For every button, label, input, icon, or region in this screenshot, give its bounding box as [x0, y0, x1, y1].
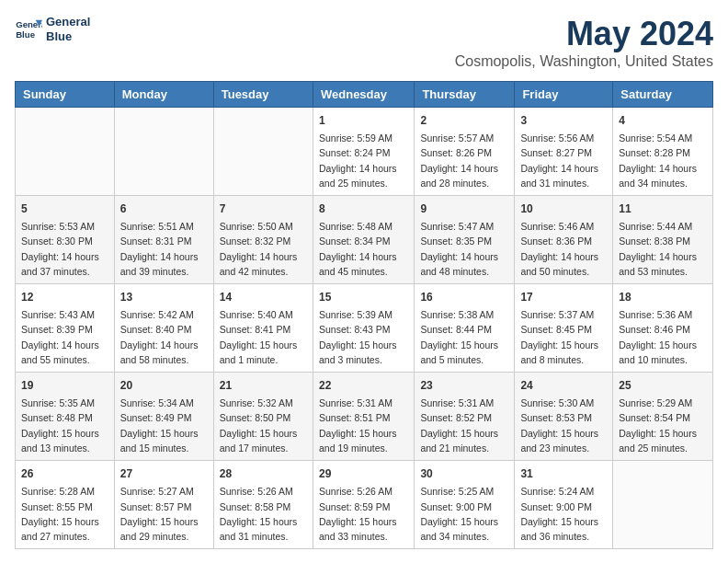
day-info: Sunrise: 5:47 AM Sunset: 8:35 PM Dayligh… [420, 219, 508, 279]
calendar-cell: 14Sunrise: 5:40 AM Sunset: 8:41 PM Dayli… [213, 284, 313, 373]
day-number: 12 [21, 289, 108, 305]
day-number: 21 [220, 377, 307, 394]
logo-text: GeneralBlue [46, 15, 90, 43]
day-number: 14 [220, 289, 307, 305]
day-info: Sunrise: 5:30 AM Sunset: 8:53 PM Dayligh… [520, 396, 607, 455]
calendar-cell: 9Sunrise: 5:47 AM Sunset: 8:35 PM Daylig… [415, 196, 515, 284]
day-number: 20 [120, 377, 208, 394]
day-info: Sunrise: 5:24 AM Sunset: 9:00 PM Dayligh… [520, 484, 607, 544]
day-number: 25 [619, 377, 707, 394]
calendar-week-row: 26Sunrise: 5:28 AM Sunset: 8:55 PM Dayli… [16, 461, 713, 549]
day-number: 24 [520, 377, 607, 394]
day-info: Sunrise: 5:31 AM Sunset: 8:52 PM Dayligh… [420, 396, 508, 455]
day-number: 22 [319, 377, 408, 394]
calendar-cell: 3Sunrise: 5:56 AM Sunset: 8:27 PM Daylig… [515, 108, 613, 196]
day-number: 29 [319, 465, 408, 482]
day-info: Sunrise: 5:54 AM Sunset: 8:28 PM Dayligh… [619, 131, 707, 190]
day-info: Sunrise: 5:28 AM Sunset: 8:55 PM Dayligh… [21, 484, 108, 544]
day-info: Sunrise: 5:36 AM Sunset: 8:46 PM Dayligh… [619, 307, 707, 367]
calendar-cell [114, 108, 213, 196]
weekday-header-row: SundayMondayTuesdayWednesdayThursdayFrid… [16, 82, 713, 108]
calendar-cell: 1Sunrise: 5:59 AM Sunset: 8:24 PM Daylig… [313, 108, 414, 196]
day-info: Sunrise: 5:27 AM Sunset: 8:57 PM Dayligh… [120, 484, 208, 544]
day-number: 2 [420, 112, 508, 129]
day-info: Sunrise: 5:34 AM Sunset: 8:49 PM Dayligh… [120, 396, 208, 455]
day-info: Sunrise: 5:57 AM Sunset: 8:26 PM Dayligh… [420, 131, 508, 190]
day-info: Sunrise: 5:26 AM Sunset: 8:59 PM Dayligh… [319, 484, 408, 544]
day-number: 28 [220, 465, 307, 482]
calendar-cell: 30Sunrise: 5:25 AM Sunset: 9:00 PM Dayli… [415, 461, 515, 549]
calendar-cell: 19Sunrise: 5:35 AM Sunset: 8:48 PM Dayli… [16, 373, 115, 461]
title-block: May 2024 Cosmopolis, Washington, United … [455, 15, 713, 70]
day-info: Sunrise: 5:29 AM Sunset: 8:54 PM Dayligh… [619, 396, 707, 455]
day-info: Sunrise: 5:42 AM Sunset: 8:40 PM Dayligh… [120, 307, 208, 367]
day-number: 15 [319, 289, 408, 305]
day-number: 4 [619, 112, 707, 129]
day-info: Sunrise: 5:32 AM Sunset: 8:50 PM Dayligh… [220, 396, 307, 455]
day-info: Sunrise: 5:26 AM Sunset: 8:58 PM Dayligh… [220, 484, 307, 544]
calendar-cell [613, 461, 713, 549]
day-number: 16 [420, 289, 508, 305]
calendar-cell: 12Sunrise: 5:43 AM Sunset: 8:39 PM Dayli… [16, 284, 115, 373]
day-info: Sunrise: 5:43 AM Sunset: 8:39 PM Dayligh… [21, 307, 108, 367]
calendar-cell: 27Sunrise: 5:27 AM Sunset: 8:57 PM Dayli… [114, 461, 213, 549]
day-number: 13 [120, 289, 208, 305]
calendar-cell: 7Sunrise: 5:50 AM Sunset: 8:32 PM Daylig… [213, 196, 313, 284]
day-info: Sunrise: 5:50 AM Sunset: 8:32 PM Dayligh… [220, 219, 307, 279]
calendar-week-row: 5Sunrise: 5:53 AM Sunset: 8:30 PM Daylig… [16, 196, 713, 284]
day-info: Sunrise: 5:40 AM Sunset: 8:41 PM Dayligh… [220, 307, 307, 367]
calendar-cell: 18Sunrise: 5:36 AM Sunset: 8:46 PM Dayli… [613, 284, 713, 373]
day-number: 8 [319, 201, 408, 217]
day-number: 11 [619, 201, 707, 217]
day-info: Sunrise: 5:25 AM Sunset: 9:00 PM Dayligh… [420, 484, 508, 544]
calendar-cell: 22Sunrise: 5:31 AM Sunset: 8:51 PM Dayli… [313, 373, 414, 461]
calendar-cell: 4Sunrise: 5:54 AM Sunset: 8:28 PM Daylig… [613, 108, 713, 196]
day-info: Sunrise: 5:51 AM Sunset: 8:31 PM Dayligh… [120, 219, 208, 279]
day-info: Sunrise: 5:53 AM Sunset: 8:30 PM Dayligh… [21, 219, 108, 279]
day-info: Sunrise: 5:35 AM Sunset: 8:48 PM Dayligh… [21, 396, 108, 455]
calendar-cell [213, 108, 313, 196]
day-number: 6 [120, 201, 208, 217]
calendar-cell: 29Sunrise: 5:26 AM Sunset: 8:59 PM Dayli… [313, 461, 414, 549]
svg-text:Blue: Blue [16, 29, 35, 40]
weekday-header-thursday: Thursday [415, 82, 515, 108]
weekday-header-tuesday: Tuesday [213, 82, 313, 108]
day-info: Sunrise: 5:37 AM Sunset: 8:45 PM Dayligh… [520, 307, 607, 367]
calendar-cell: 21Sunrise: 5:32 AM Sunset: 8:50 PM Dayli… [213, 373, 313, 461]
calendar-cell: 31Sunrise: 5:24 AM Sunset: 9:00 PM Dayli… [515, 461, 613, 549]
calendar-cell: 15Sunrise: 5:39 AM Sunset: 8:43 PM Dayli… [313, 284, 414, 373]
calendar-cell: 6Sunrise: 5:51 AM Sunset: 8:31 PM Daylig… [114, 196, 213, 284]
day-number: 31 [520, 465, 607, 482]
calendar-cell [16, 108, 115, 196]
weekday-header-monday: Monday [114, 82, 213, 108]
day-number: 27 [120, 465, 208, 482]
calendar-cell: 17Sunrise: 5:37 AM Sunset: 8:45 PM Dayli… [515, 284, 613, 373]
calendar-cell: 26Sunrise: 5:28 AM Sunset: 8:55 PM Dayli… [16, 461, 115, 549]
day-number: 3 [520, 112, 607, 129]
weekday-header-saturday: Saturday [613, 82, 713, 108]
day-info: Sunrise: 5:48 AM Sunset: 8:34 PM Dayligh… [319, 219, 408, 279]
calendar-cell: 23Sunrise: 5:31 AM Sunset: 8:52 PM Dayli… [415, 373, 515, 461]
calendar-week-row: 1Sunrise: 5:59 AM Sunset: 8:24 PM Daylig… [16, 108, 713, 196]
day-number: 9 [420, 201, 508, 217]
calendar-cell: 10Sunrise: 5:46 AM Sunset: 8:36 PM Dayli… [515, 196, 613, 284]
day-info: Sunrise: 5:46 AM Sunset: 8:36 PM Dayligh… [520, 219, 607, 279]
day-info: Sunrise: 5:59 AM Sunset: 8:24 PM Dayligh… [319, 131, 408, 190]
calendar-cell: 11Sunrise: 5:44 AM Sunset: 8:38 PM Dayli… [613, 196, 713, 284]
calendar-cell: 2Sunrise: 5:57 AM Sunset: 8:26 PM Daylig… [415, 108, 515, 196]
calendar-subtitle: Cosmopolis, Washington, United States [455, 53, 713, 70]
calendar-cell: 20Sunrise: 5:34 AM Sunset: 8:49 PM Dayli… [114, 373, 213, 461]
calendar-cell: 8Sunrise: 5:48 AM Sunset: 8:34 PM Daylig… [313, 196, 414, 284]
calendar-cell: 5Sunrise: 5:53 AM Sunset: 8:30 PM Daylig… [16, 196, 115, 284]
weekday-header-sunday: Sunday [16, 82, 115, 108]
day-number: 26 [21, 465, 108, 482]
day-info: Sunrise: 5:39 AM Sunset: 8:43 PM Dayligh… [319, 307, 408, 367]
calendar-cell: 13Sunrise: 5:42 AM Sunset: 8:40 PM Dayli… [114, 284, 213, 373]
weekday-header-wednesday: Wednesday [313, 82, 414, 108]
calendar-cell: 24Sunrise: 5:30 AM Sunset: 8:53 PM Dayli… [515, 373, 613, 461]
day-number: 17 [520, 289, 607, 305]
day-info: Sunrise: 5:44 AM Sunset: 8:38 PM Dayligh… [619, 219, 707, 279]
day-info: Sunrise: 5:38 AM Sunset: 8:44 PM Dayligh… [420, 307, 508, 367]
day-number: 1 [319, 112, 408, 129]
day-number: 23 [420, 377, 508, 394]
